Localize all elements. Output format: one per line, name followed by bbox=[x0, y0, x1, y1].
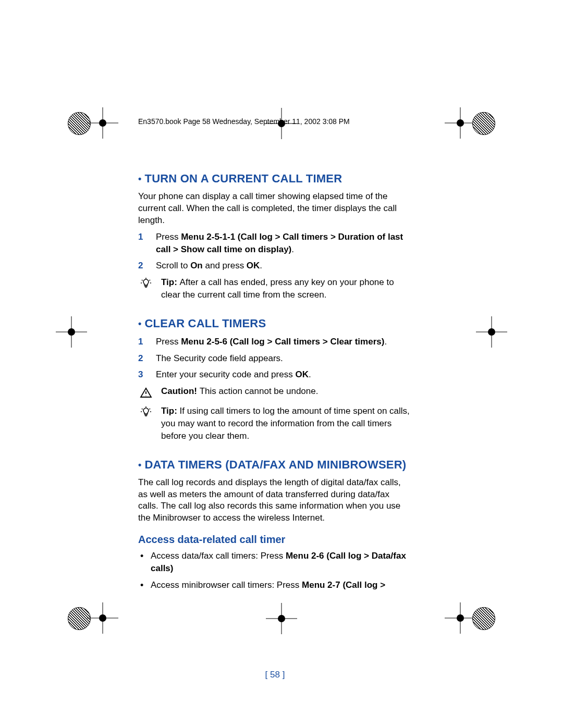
step-row: 3 Enter your security code and press OK. bbox=[138, 368, 412, 381]
tip-row: Tip: After a call has ended, press any k… bbox=[138, 276, 412, 301]
heading-text: CLEAR CALL TIMERS bbox=[145, 317, 266, 330]
tip-text: Tip: After a call has ended, press any k… bbox=[161, 276, 412, 301]
crop-row-bottom bbox=[0, 607, 563, 630]
lightbulb-tip-icon bbox=[138, 405, 154, 421]
caution-text: Caution! This action cannot be undone. bbox=[161, 385, 412, 398]
bullet-icon: • bbox=[138, 460, 142, 470]
warning-triangle-icon bbox=[138, 385, 154, 401]
crop-center-icon bbox=[278, 615, 285, 622]
section-heading-3: •DATA TIMERS (DATA/FAX AND MINIBROWSER) bbox=[138, 458, 412, 472]
crop-target-icon bbox=[68, 607, 91, 630]
list-item: Access data/fax call timers: Press Menu … bbox=[138, 550, 412, 575]
section1-intro: Your phone can display a call timer show… bbox=[138, 191, 412, 227]
section-heading-1: •TURN ON A CURRENT CALL TIMER bbox=[138, 172, 412, 186]
page: En3570.book Page 58 Wednesday, September… bbox=[0, 0, 563, 728]
crop-side-icon bbox=[488, 328, 495, 336]
crop-target-icon bbox=[472, 112, 495, 135]
step-number: 1 bbox=[138, 231, 148, 256]
step-text: Press Menu 2-5-6 (Call log > Call timers… bbox=[156, 336, 412, 348]
step-text: Press Menu 2-5-1-1 (Call log > Call time… bbox=[156, 231, 412, 256]
step-text: Scroll to On and press OK. bbox=[156, 260, 412, 272]
section-heading-2: •CLEAR CALL TIMERS bbox=[138, 317, 412, 330]
crop-target-icon bbox=[68, 112, 91, 135]
step-number: 3 bbox=[138, 368, 148, 381]
step-number: 1 bbox=[138, 336, 148, 348]
subsection-heading: Access data-related call timer bbox=[138, 534, 412, 546]
step-row: 1 Press Menu 2-5-6 (Call log > Call time… bbox=[138, 336, 412, 348]
caution-row: Caution! This action cannot be undone. bbox=[138, 385, 412, 401]
crop-target-icon bbox=[472, 607, 495, 630]
bullet-icon: • bbox=[138, 318, 142, 329]
content-area: •TURN ON A CURRENT CALL TIMER Your phone… bbox=[138, 156, 412, 596]
lightbulb-tip-icon bbox=[138, 276, 154, 292]
step-number: 2 bbox=[138, 260, 148, 272]
step-text: Enter your security code and press OK. bbox=[156, 368, 412, 381]
step-row: 2 The Security code field appears. bbox=[138, 352, 412, 365]
tip-row: Tip: If using call timers to log the amo… bbox=[138, 405, 412, 442]
step-number: 2 bbox=[138, 352, 148, 365]
crop-side-icon bbox=[68, 328, 75, 336]
bullet-icon: • bbox=[138, 174, 142, 184]
bullet-list: Access data/fax call timers: Press Menu … bbox=[138, 550, 412, 591]
heading-text: TURN ON A CURRENT CALL TIMER bbox=[145, 172, 342, 185]
list-item: Access minibrowser call timers: Press Me… bbox=[138, 579, 412, 591]
tip-text: Tip: If using call timers to log the amo… bbox=[161, 405, 412, 442]
step-row: 2 Scroll to On and press OK. bbox=[138, 260, 412, 272]
header-meta: En3570.book Page 58 Wednesday, September… bbox=[138, 117, 350, 126]
section3-intro: The call log records and displays the le… bbox=[138, 477, 412, 525]
page-number: [ 58 ] bbox=[138, 670, 412, 680]
heading-text: DATA TIMERS (DATA/FAX AND MINIBROWSER) bbox=[145, 458, 407, 471]
step-row: 1 Press Menu 2-5-1-1 (Call log > Call ti… bbox=[138, 231, 412, 256]
step-text: The Security code field appears. bbox=[156, 352, 412, 365]
